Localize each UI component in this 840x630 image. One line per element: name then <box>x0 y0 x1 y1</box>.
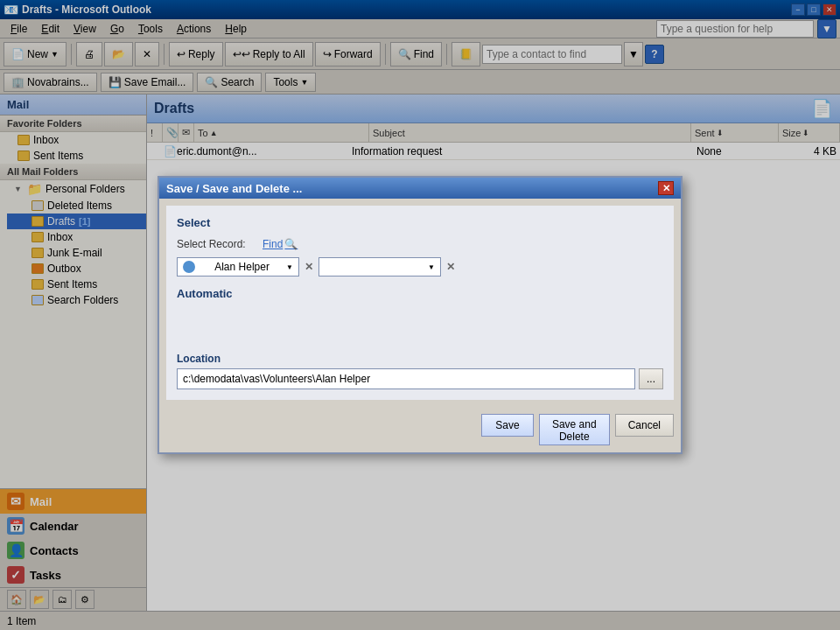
dialog-location-section: Location ... <box>177 353 663 389</box>
find-link-label: Find <box>262 238 283 250</box>
contact-icon <box>183 261 195 273</box>
dialog-contact-dropdown[interactable]: Alan Helper ▼ <box>177 257 299 276</box>
dialog-find-row: Find 🔍 <box>262 238 298 250</box>
save-dialog: Save / Save and Delete ... ✕ Select Sele… <box>158 176 682 454</box>
dialog-cancel-button[interactable]: Cancel <box>615 414 674 437</box>
dialog-select-section-title: Select <box>177 216 663 229</box>
dialog-save-button[interactable]: Save <box>481 414 534 437</box>
dialog-contact-row: Alan Helper ▼ ✕ ▼ ✕ <box>177 257 663 276</box>
dialog-automatic-label: Automatic <box>177 287 663 300</box>
find-link-icon: 🔍 <box>284 238 298 250</box>
dialog-titlebar: Save / Save and Delete ... ✕ <box>159 178 681 199</box>
dialog-overlay: Save / Save and Delete ... ✕ Select Sele… <box>0 0 840 630</box>
dialog-find-link[interactable]: Find 🔍 <box>262 238 298 250</box>
dialog-save-delete-button[interactable]: Save and Delete <box>539 414 610 445</box>
dialog-close-button[interactable]: ✕ <box>658 181 674 195</box>
dialog-location-row: ... <box>177 368 663 389</box>
contact-dropdown-arrow: ▼ <box>286 263 293 271</box>
dialog-browse-button[interactable]: ... <box>639 368 663 389</box>
dialog-content: Select Select Record: Find 🔍 Alan Helper… <box>166 206 674 400</box>
dialog-location-input[interactable] <box>177 368 635 389</box>
dialog-select-record-label: Select Record: <box>177 238 256 250</box>
dialog-buttons: Save Save and Delete Cancel <box>159 407 681 452</box>
second-clear-button[interactable]: ✕ <box>446 261 455 273</box>
selected-contact-label: Alan Helper <box>214 261 270 273</box>
second-dropdown-arrow: ▼ <box>428 263 435 271</box>
dialog-second-dropdown[interactable]: ▼ <box>318 257 441 276</box>
dialog-select-row: Select Record: Find 🔍 <box>177 238 663 250</box>
dialog-automatic-section: Automatic <box>177 287 663 300</box>
contact-clear-button[interactable]: ✕ <box>304 261 313 273</box>
dialog-title: Save / Save and Delete ... <box>166 182 302 195</box>
dialog-location-label: Location <box>177 353 663 365</box>
